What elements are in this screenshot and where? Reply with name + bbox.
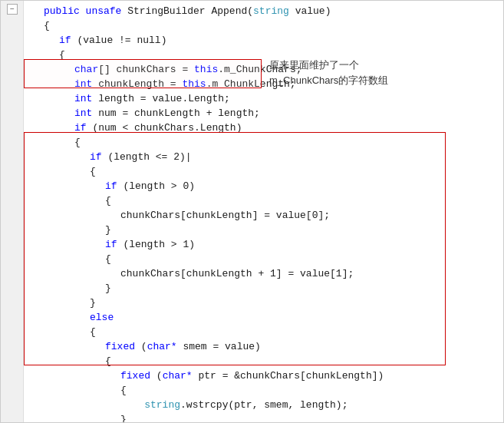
code-line: if (length <= 2)| <box>28 150 499 164</box>
code-line: fixed (char* ptr = &chunkChars[chunkLeng… <box>28 368 499 383</box>
code-line: int chunkLength = this.m_ChunkLength; <box>28 77 499 91</box>
code-line: fixed (char* smem = value) <box>28 339 499 354</box>
code-line: char[] chunkChars = this.m_ChunkChars; <box>28 62 499 77</box>
code-content: public unsafe StringBuilder Append(strin… <box>24 1 503 422</box>
code-line: chunkChars[chunkLength + 1] = value[1]; <box>28 266 499 281</box>
code-line: } <box>28 296 499 310</box>
code-line: { <box>28 193 499 208</box>
code-line: { <box>28 18 499 33</box>
code-line: } <box>28 412 499 422</box>
code-line: if (length > 0) <box>28 179 499 193</box>
code-line: { <box>28 48 499 62</box>
editor-gutter: − <box>1 1 24 422</box>
code-line: } <box>28 281 499 296</box>
annotation-text: 原来里面维护了一个 m_ChunkChars的字符数组 <box>269 58 388 88</box>
code-line: chunkChars[chunkLength] = value[0]; <box>28 208 499 223</box>
code-line: public unsafe StringBuilder Append(strin… <box>28 4 499 18</box>
code-line: { <box>28 252 499 266</box>
code-line: { <box>28 164 499 179</box>
code-line: } <box>28 223 499 237</box>
code-line: int length = value.Length; <box>28 91 499 106</box>
code-line: string.wstrcpy(ptr, smem, length); <box>28 398 499 412</box>
code-line: { <box>28 354 499 368</box>
code-line: { <box>28 135 499 150</box>
code-line: { <box>28 383 499 398</box>
code-line: int num = chunkLength + length; <box>28 106 499 121</box>
code-line: if (num < chunkChars.Length) <box>28 121 499 135</box>
code-line: { <box>28 325 499 339</box>
code-line: if (length > 1) <box>28 237 499 252</box>
code-editor: − public unsafe StringBuilder Append(str… <box>0 0 504 423</box>
code-line: else <box>28 310 499 325</box>
collapse-icon[interactable]: − <box>7 4 18 15</box>
code-line: if (value != null) <box>28 33 499 48</box>
